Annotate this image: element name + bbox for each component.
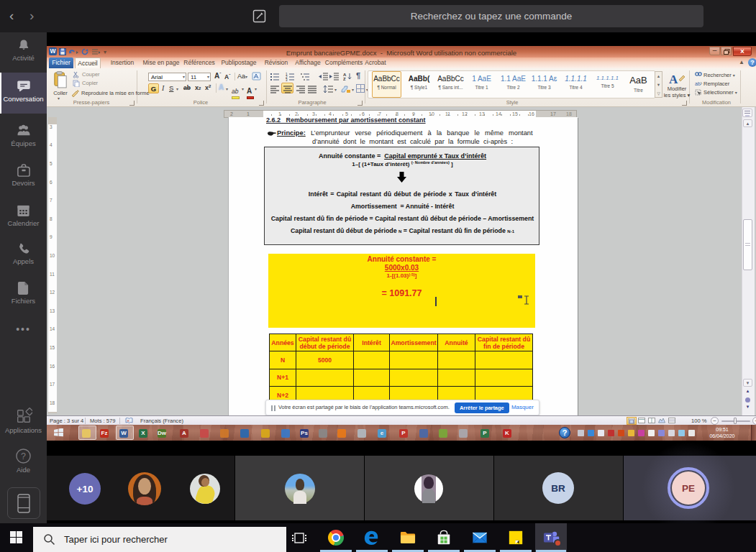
svg-text:Z: Z xyxy=(343,77,346,81)
svg-text:3: 3 xyxy=(286,78,288,82)
svg-text:ab: ab xyxy=(695,81,701,86)
svg-text:A: A xyxy=(669,73,678,86)
svg-text:?: ? xyxy=(21,451,26,461)
